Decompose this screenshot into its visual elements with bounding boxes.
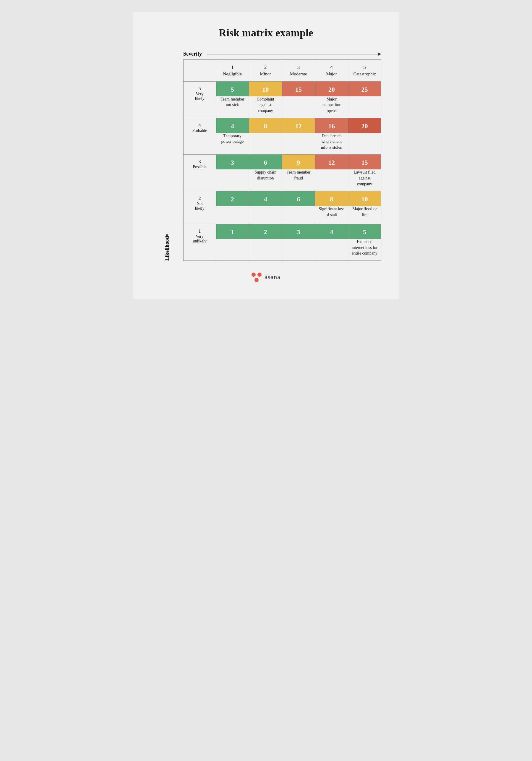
matrix-container: 1Negligible2Minor3Moderate4Major5Catastr… bbox=[183, 59, 381, 261]
cell-r4-c4: 5Extended internet loss for entire compa… bbox=[348, 224, 381, 261]
cell-score-r2-c4: 15 bbox=[348, 155, 381, 169]
dot-bottom bbox=[254, 278, 259, 282]
row-header-4: 1Very unlikely bbox=[184, 224, 216, 261]
likelihood-label: Likelihood bbox=[164, 236, 170, 261]
cell-score-r2-c3: 12 bbox=[315, 155, 348, 169]
cell-score-r3-c4: 10 bbox=[348, 191, 381, 206]
cell-score-r2-c1: 6 bbox=[249, 155, 282, 169]
cell-text-r4-c4: Extended internet loss for entire compan… bbox=[348, 239, 381, 261]
cell-score-r4-c3: 4 bbox=[315, 224, 348, 239]
cell-score-r3-c2: 6 bbox=[282, 191, 315, 206]
col-header-4: 4Major bbox=[315, 60, 348, 82]
cell-score-r0-c1: 10 bbox=[249, 82, 282, 96]
cell-score-r0-c3: 20 bbox=[315, 82, 348, 96]
cell-text-r2-c4: Lawsuit filed against company bbox=[348, 169, 381, 191]
cell-text-r0-c1: Complaint against company bbox=[249, 96, 282, 118]
cell-score-r1-c1: 8 bbox=[249, 118, 282, 133]
cell-score-r0-c4: 25 bbox=[348, 82, 381, 96]
cell-score-r3-c3: 8 bbox=[315, 191, 348, 206]
cell-score-r4-c1: 2 bbox=[249, 224, 282, 239]
cell-score-r2-c2: 9 bbox=[282, 155, 315, 169]
cell-r3-c4: 10Major flood or fire bbox=[348, 191, 381, 224]
cell-score-r4-c4: 5 bbox=[348, 224, 381, 239]
asana-icon bbox=[251, 272, 262, 281]
matrix-row-4: 1Very unlikely12345Extended internet los… bbox=[183, 224, 381, 261]
cell-r3-c3: 8Significant loss of staff bbox=[315, 191, 348, 224]
severity-header: Severity bbox=[183, 51, 381, 57]
cell-r1-c1: 8 bbox=[249, 118, 282, 155]
dot-left bbox=[251, 272, 256, 277]
cell-text-r0-c0: Team member out sick bbox=[216, 96, 249, 112]
cell-text-r3-c3: Significant loss of staff bbox=[315, 206, 348, 222]
severity-arrow bbox=[207, 54, 381, 54]
column-headers: 1Negligible2Minor3Moderate4Major5Catastr… bbox=[183, 59, 381, 82]
matrix-rows: 5Very likely5Team member out sick10Compl… bbox=[183, 82, 381, 261]
row-header-1: 4Probable bbox=[184, 118, 216, 155]
col-header-5: 5Catastrophic bbox=[348, 60, 381, 82]
cell-score-r1-c2: 12 bbox=[282, 118, 315, 133]
main-content: Likelihood 1Negligible2Minor3Moderate4Ma… bbox=[151, 59, 381, 261]
cell-score-r1-c4: 20 bbox=[348, 118, 381, 133]
cell-score-r4-c0: 1 bbox=[216, 224, 249, 239]
cell-r1-c3: 16Data breach where client info is stole… bbox=[315, 118, 348, 155]
cell-r1-c2: 12 bbox=[282, 118, 315, 155]
cell-r2-c2: 9Team member fraud bbox=[282, 155, 315, 191]
cell-score-r2-c0: 3 bbox=[216, 155, 249, 169]
cell-r1-c0: 4Temporary power outage bbox=[216, 118, 249, 155]
cell-score-r0-c0: 5 bbox=[216, 82, 249, 96]
dot-right bbox=[257, 272, 262, 277]
cell-text-r2-c1: Supply chain disruption bbox=[249, 169, 282, 185]
matrix-row-1: 4Probable4Temporary power outage81216Dat… bbox=[183, 118, 381, 155]
cell-score-r1-c0: 4 bbox=[216, 118, 249, 133]
cell-r3-c2: 6 bbox=[282, 191, 315, 224]
cell-r4-c2: 3 bbox=[282, 224, 315, 261]
matrix-row-2: 3Possible36Supply chain disruption9Team … bbox=[183, 155, 381, 191]
row-header-3: 2Not likely bbox=[184, 191, 216, 224]
cell-text-r1-c3: Data breach where client info is stolen bbox=[315, 133, 348, 155]
likelihood-column: Likelihood bbox=[151, 59, 183, 261]
cell-text-r1-c0: Temporary power outage bbox=[216, 133, 249, 149]
likelihood-wrapper: Likelihood bbox=[164, 233, 170, 261]
cell-r3-c1: 4 bbox=[249, 191, 282, 224]
cell-r0-c0: 5Team member out sick bbox=[216, 82, 249, 118]
cell-text-r3-c4: Major flood or fire bbox=[348, 206, 381, 222]
cell-r4-c0: 1 bbox=[216, 224, 249, 261]
cell-score-r3-c0: 2 bbox=[216, 191, 249, 206]
footer: asana bbox=[151, 272, 381, 281]
cell-r0-c3: 20Major competitor opens bbox=[315, 82, 348, 118]
cell-score-r1-c3: 16 bbox=[315, 118, 348, 133]
matrix-row-3: 2Not likely2468Significant loss of staff… bbox=[183, 191, 381, 224]
cell-r3-c0: 2 bbox=[216, 191, 249, 224]
cell-r4-c3: 4 bbox=[315, 224, 348, 261]
cell-r0-c4: 25 bbox=[348, 82, 381, 118]
cell-score-r3-c1: 4 bbox=[249, 191, 282, 206]
cell-r2-c1: 6Supply chain disruption bbox=[249, 155, 282, 191]
chart-area: Severity Likelihood 1Negligible2Minor3Mo… bbox=[151, 51, 381, 261]
cell-text-r2-c2: Team member fraud bbox=[282, 169, 315, 185]
row-header-0: 5Very likely bbox=[184, 82, 216, 118]
cell-r2-c4: 15Lawsuit filed against company bbox=[348, 155, 381, 191]
page-title: Risk matrix example bbox=[151, 27, 381, 39]
cell-text-r0-c3: Major competitor opens bbox=[315, 96, 348, 118]
col-header-3: 3Moderate bbox=[282, 60, 315, 82]
brand-name: asana bbox=[265, 273, 281, 281]
cell-score-r0-c2: 15 bbox=[282, 82, 315, 96]
cell-score-r4-c2: 3 bbox=[282, 224, 315, 239]
cell-r2-c0: 3 bbox=[216, 155, 249, 191]
col-header-1: 1Negligible bbox=[216, 60, 249, 82]
severity-label: Severity bbox=[183, 51, 202, 57]
cell-r0-c2: 15 bbox=[282, 82, 315, 118]
cell-r4-c1: 2 bbox=[249, 224, 282, 261]
col-header-2: 2Minor bbox=[249, 60, 282, 82]
cell-r1-c4: 20 bbox=[348, 118, 381, 155]
header-empty-cell bbox=[184, 60, 216, 82]
cell-r2-c3: 12 bbox=[315, 155, 348, 191]
asana-logo: asana bbox=[251, 272, 281, 281]
row-header-2: 3Possible bbox=[184, 155, 216, 191]
page: Risk matrix example Severity Likelihood … bbox=[133, 12, 399, 299]
cell-r0-c1: 10Complaint against company bbox=[249, 82, 282, 118]
matrix-row-0: 5Very likely5Team member out sick10Compl… bbox=[183, 82, 381, 118]
